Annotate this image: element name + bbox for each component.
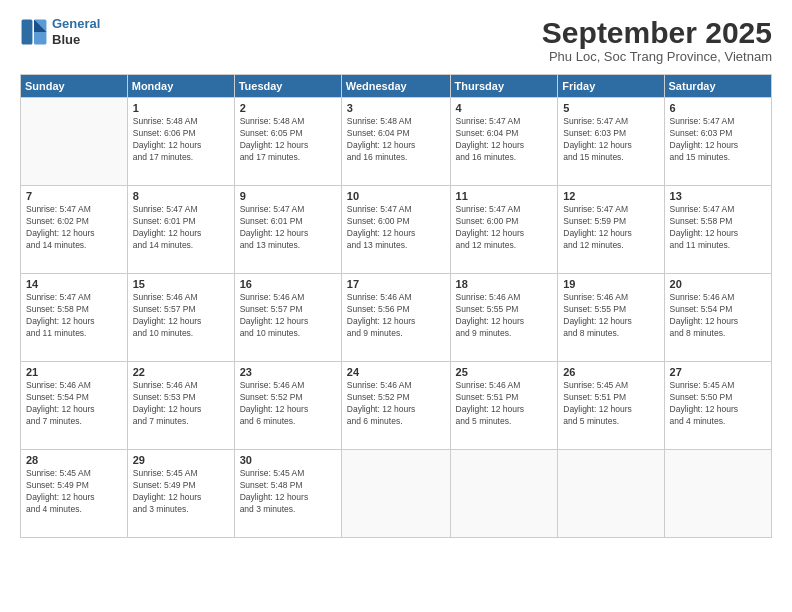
cell-day-number: 27 bbox=[670, 366, 766, 378]
cell-sun-info: Sunrise: 5:45 AMSunset: 5:49 PMDaylight:… bbox=[26, 468, 122, 516]
cell-sun-info: Sunrise: 5:45 AMSunset: 5:51 PMDaylight:… bbox=[563, 380, 658, 428]
calendar-cell: 8Sunrise: 5:47 AMSunset: 6:01 PMDaylight… bbox=[127, 186, 234, 274]
cell-day-number: 14 bbox=[26, 278, 122, 290]
calendar-cell: 12Sunrise: 5:47 AMSunset: 5:59 PMDayligh… bbox=[558, 186, 664, 274]
cell-sun-info: Sunrise: 5:46 AMSunset: 5:55 PMDaylight:… bbox=[456, 292, 553, 340]
cell-day-number: 9 bbox=[240, 190, 336, 202]
calendar-cell: 14Sunrise: 5:47 AMSunset: 5:58 PMDayligh… bbox=[21, 274, 128, 362]
logo-icon bbox=[20, 18, 48, 46]
calendar-cell: 3Sunrise: 5:48 AMSunset: 6:04 PMDaylight… bbox=[341, 98, 450, 186]
calendar-week-row: 14Sunrise: 5:47 AMSunset: 5:58 PMDayligh… bbox=[21, 274, 772, 362]
calendar-cell: 4Sunrise: 5:47 AMSunset: 6:04 PMDaylight… bbox=[450, 98, 558, 186]
svg-rect-0 bbox=[22, 19, 33, 44]
cell-day-number: 13 bbox=[670, 190, 766, 202]
calendar-cell: 17Sunrise: 5:46 AMSunset: 5:56 PMDayligh… bbox=[341, 274, 450, 362]
calendar-cell: 13Sunrise: 5:47 AMSunset: 5:58 PMDayligh… bbox=[664, 186, 771, 274]
page: General Blue September 2025 Phu Loc, Soc… bbox=[0, 0, 792, 612]
cell-day-number: 20 bbox=[670, 278, 766, 290]
calendar-cell: 20Sunrise: 5:46 AMSunset: 5:54 PMDayligh… bbox=[664, 274, 771, 362]
calendar-cell: 29Sunrise: 5:45 AMSunset: 5:49 PMDayligh… bbox=[127, 450, 234, 538]
logo-text: General Blue bbox=[52, 16, 100, 47]
calendar-subtitle: Phu Loc, Soc Trang Province, Vietnam bbox=[542, 49, 772, 64]
day-header-wednesday: Wednesday bbox=[341, 75, 450, 98]
day-header-saturday: Saturday bbox=[664, 75, 771, 98]
cell-sun-info: Sunrise: 5:46 AMSunset: 5:54 PMDaylight:… bbox=[670, 292, 766, 340]
calendar-cell: 18Sunrise: 5:46 AMSunset: 5:55 PMDayligh… bbox=[450, 274, 558, 362]
cell-sun-info: Sunrise: 5:46 AMSunset: 5:54 PMDaylight:… bbox=[26, 380, 122, 428]
cell-sun-info: Sunrise: 5:46 AMSunset: 5:52 PMDaylight:… bbox=[240, 380, 336, 428]
cell-day-number: 19 bbox=[563, 278, 658, 290]
cell-sun-info: Sunrise: 5:45 AMSunset: 5:48 PMDaylight:… bbox=[240, 468, 336, 516]
cell-day-number: 22 bbox=[133, 366, 229, 378]
cell-sun-info: Sunrise: 5:46 AMSunset: 5:56 PMDaylight:… bbox=[347, 292, 445, 340]
cell-day-number: 23 bbox=[240, 366, 336, 378]
cell-sun-info: Sunrise: 5:46 AMSunset: 5:52 PMDaylight:… bbox=[347, 380, 445, 428]
title-block: September 2025 Phu Loc, Soc Trang Provin… bbox=[542, 16, 772, 64]
cell-day-number: 21 bbox=[26, 366, 122, 378]
calendar-week-row: 1Sunrise: 5:48 AMSunset: 6:06 PMDaylight… bbox=[21, 98, 772, 186]
calendar-cell: 19Sunrise: 5:46 AMSunset: 5:55 PMDayligh… bbox=[558, 274, 664, 362]
cell-day-number: 24 bbox=[347, 366, 445, 378]
cell-day-number: 6 bbox=[670, 102, 766, 114]
cell-sun-info: Sunrise: 5:47 AMSunset: 5:58 PMDaylight:… bbox=[26, 292, 122, 340]
calendar-cell: 24Sunrise: 5:46 AMSunset: 5:52 PMDayligh… bbox=[341, 362, 450, 450]
header: General Blue September 2025 Phu Loc, Soc… bbox=[20, 16, 772, 64]
cell-sun-info: Sunrise: 5:45 AMSunset: 5:50 PMDaylight:… bbox=[670, 380, 766, 428]
cell-sun-info: Sunrise: 5:47 AMSunset: 6:01 PMDaylight:… bbox=[240, 204, 336, 252]
calendar-cell bbox=[558, 450, 664, 538]
calendar-cell: 6Sunrise: 5:47 AMSunset: 6:03 PMDaylight… bbox=[664, 98, 771, 186]
calendar-table: SundayMondayTuesdayWednesdayThursdayFrid… bbox=[20, 74, 772, 538]
cell-sun-info: Sunrise: 5:46 AMSunset: 5:57 PMDaylight:… bbox=[133, 292, 229, 340]
cell-day-number: 30 bbox=[240, 454, 336, 466]
cell-sun-info: Sunrise: 5:48 AMSunset: 6:05 PMDaylight:… bbox=[240, 116, 336, 164]
cell-sun-info: Sunrise: 5:46 AMSunset: 5:53 PMDaylight:… bbox=[133, 380, 229, 428]
cell-day-number: 15 bbox=[133, 278, 229, 290]
calendar-header-row: SundayMondayTuesdayWednesdayThursdayFrid… bbox=[21, 75, 772, 98]
day-header-thursday: Thursday bbox=[450, 75, 558, 98]
cell-day-number: 16 bbox=[240, 278, 336, 290]
calendar-cell: 5Sunrise: 5:47 AMSunset: 6:03 PMDaylight… bbox=[558, 98, 664, 186]
cell-sun-info: Sunrise: 5:47 AMSunset: 6:00 PMDaylight:… bbox=[456, 204, 553, 252]
cell-day-number: 3 bbox=[347, 102, 445, 114]
cell-day-number: 10 bbox=[347, 190, 445, 202]
cell-sun-info: Sunrise: 5:47 AMSunset: 6:04 PMDaylight:… bbox=[456, 116, 553, 164]
calendar-title: September 2025 bbox=[542, 16, 772, 49]
calendar-cell: 11Sunrise: 5:47 AMSunset: 6:00 PMDayligh… bbox=[450, 186, 558, 274]
day-header-friday: Friday bbox=[558, 75, 664, 98]
calendar-cell: 7Sunrise: 5:47 AMSunset: 6:02 PMDaylight… bbox=[21, 186, 128, 274]
cell-day-number: 25 bbox=[456, 366, 553, 378]
cell-day-number: 11 bbox=[456, 190, 553, 202]
cell-sun-info: Sunrise: 5:47 AMSunset: 6:03 PMDaylight:… bbox=[563, 116, 658, 164]
cell-sun-info: Sunrise: 5:47 AMSunset: 5:59 PMDaylight:… bbox=[563, 204, 658, 252]
calendar-cell: 16Sunrise: 5:46 AMSunset: 5:57 PMDayligh… bbox=[234, 274, 341, 362]
cell-day-number: 7 bbox=[26, 190, 122, 202]
calendar-cell: 15Sunrise: 5:46 AMSunset: 5:57 PMDayligh… bbox=[127, 274, 234, 362]
cell-sun-info: Sunrise: 5:47 AMSunset: 6:03 PMDaylight:… bbox=[670, 116, 766, 164]
logo: General Blue bbox=[20, 16, 100, 47]
cell-day-number: 8 bbox=[133, 190, 229, 202]
calendar-cell: 25Sunrise: 5:46 AMSunset: 5:51 PMDayligh… bbox=[450, 362, 558, 450]
calendar-cell: 9Sunrise: 5:47 AMSunset: 6:01 PMDaylight… bbox=[234, 186, 341, 274]
cell-day-number: 29 bbox=[133, 454, 229, 466]
calendar-cell bbox=[341, 450, 450, 538]
cell-day-number: 17 bbox=[347, 278, 445, 290]
cell-sun-info: Sunrise: 5:46 AMSunset: 5:51 PMDaylight:… bbox=[456, 380, 553, 428]
calendar-week-row: 7Sunrise: 5:47 AMSunset: 6:02 PMDaylight… bbox=[21, 186, 772, 274]
calendar-cell: 21Sunrise: 5:46 AMSunset: 5:54 PMDayligh… bbox=[21, 362, 128, 450]
cell-sun-info: Sunrise: 5:48 AMSunset: 6:06 PMDaylight:… bbox=[133, 116, 229, 164]
calendar-cell: 30Sunrise: 5:45 AMSunset: 5:48 PMDayligh… bbox=[234, 450, 341, 538]
day-header-sunday: Sunday bbox=[21, 75, 128, 98]
calendar-cell: 27Sunrise: 5:45 AMSunset: 5:50 PMDayligh… bbox=[664, 362, 771, 450]
cell-sun-info: Sunrise: 5:46 AMSunset: 5:55 PMDaylight:… bbox=[563, 292, 658, 340]
calendar-cell bbox=[450, 450, 558, 538]
calendar-cell: 1Sunrise: 5:48 AMSunset: 6:06 PMDaylight… bbox=[127, 98, 234, 186]
cell-day-number: 18 bbox=[456, 278, 553, 290]
calendar-cell: 26Sunrise: 5:45 AMSunset: 5:51 PMDayligh… bbox=[558, 362, 664, 450]
cell-sun-info: Sunrise: 5:46 AMSunset: 5:57 PMDaylight:… bbox=[240, 292, 336, 340]
cell-day-number: 1 bbox=[133, 102, 229, 114]
day-header-tuesday: Tuesday bbox=[234, 75, 341, 98]
cell-day-number: 4 bbox=[456, 102, 553, 114]
cell-sun-info: Sunrise: 5:45 AMSunset: 5:49 PMDaylight:… bbox=[133, 468, 229, 516]
cell-day-number: 26 bbox=[563, 366, 658, 378]
cell-sun-info: Sunrise: 5:47 AMSunset: 6:02 PMDaylight:… bbox=[26, 204, 122, 252]
